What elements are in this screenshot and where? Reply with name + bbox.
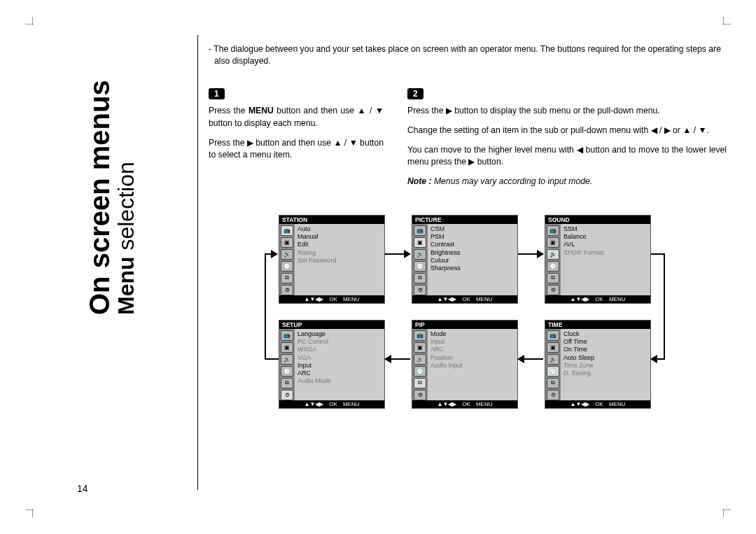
menu-item-list: CSMPSMContrastBrightnessColourSharpness <box>428 224 517 295</box>
page-number: 14 <box>77 483 88 494</box>
note: Note : Menus may vary according to input… <box>407 176 727 188</box>
menu-time: TIME📺▣🔊🕒⧉⚙ClockOff TimeOn TimeAuto Sleep… <box>545 320 651 409</box>
menu-item: Off Time <box>564 338 648 346</box>
menu-tab-icon: ⧉ <box>414 378 426 388</box>
menu-item: Rating <box>298 249 382 257</box>
menu-sound: SOUND📺▣🔊🕒⧉⚙SSMBalanceAVLSPDIF Format▲▼◀▶… <box>545 215 651 304</box>
menu-item: Auto Sleep <box>564 354 648 362</box>
menu-tab-icon: ⚙ <box>281 390 293 400</box>
menu-station: STATION📺▣🔊🕒⧉⚙AutoManualEditRatingSet Pas… <box>279 215 385 304</box>
menu-header: PIP <box>412 321 517 329</box>
menu-tab-icon: 🕒 <box>281 261 293 272</box>
connector-line <box>651 253 665 255</box>
menu-tab-strip: 📺▣🔊🕒⧉⚙ <box>279 224 295 295</box>
menu-tab-icon: 🕒 <box>414 366 426 377</box>
menu-tab-icon: 📺 <box>547 330 559 341</box>
menu-item: Auto <box>298 225 382 233</box>
menu-footer: ▲▼◀▶OKMENU <box>279 400 384 408</box>
menu-footer: ▲▼◀▶OKMENU <box>545 295 650 303</box>
menu-picture: PICTURE📺▣🔊🕒⧉⚙CSMPSMContrastBrightnessCol… <box>412 215 518 304</box>
menu-tab-icon: ⚙ <box>414 285 426 295</box>
menu-footer: ▲▼◀▶OKMENU <box>412 295 517 303</box>
step-2-badge: 2 <box>407 88 424 99</box>
menu-item: Input <box>430 338 514 346</box>
page-subtitle: Menu selection <box>113 162 139 315</box>
menu-tab-strip: 📺▣🔊🕒⧉⚙ <box>412 224 428 295</box>
trim-mark <box>32 17 33 25</box>
ok-label: OK <box>329 296 337 302</box>
menu-tab-icon: 🔊 <box>547 249 559 260</box>
menu-item: Language <box>298 330 382 338</box>
menu-label: MENU <box>343 401 360 407</box>
nav-arrows-icon: ▲▼◀▶ <box>570 401 590 407</box>
connector-line <box>664 253 665 358</box>
menu-footer: ▲▼◀▶OKMENU <box>412 400 517 408</box>
menu-diagram: STATION📺▣🔊🕒⧉⚙AutoManualEditRatingSet Pas… <box>209 215 727 439</box>
menu-label: MENU <box>476 401 493 407</box>
menu-item: PC Control <box>298 338 382 346</box>
menu-item: Audio Input <box>430 362 514 370</box>
menu-item: On Time <box>564 346 648 353</box>
trim-mark <box>723 17 724 25</box>
menu-item: Colour <box>430 257 514 265</box>
menu-label: MENU <box>476 296 493 302</box>
menu-item: Position <box>430 354 514 362</box>
connector-line <box>265 253 266 358</box>
step-2-para-3: You can move to the higher level menu wi… <box>407 144 727 169</box>
subtitle-bold: Menu <box>113 256 139 315</box>
nav-arrows-icon: ▲▼◀▶ <box>570 296 590 302</box>
arrow-left-icon <box>385 358 410 360</box>
menu-tab-icon: 🔊 <box>414 354 426 365</box>
menu-tab-icon: 📺 <box>281 330 293 341</box>
menu-item: SSM <box>564 225 648 233</box>
arrow-left-icon <box>651 358 665 360</box>
menu-item: Set Password <box>298 257 382 265</box>
menu-item: Time Zone <box>564 362 648 370</box>
vertical-divider <box>197 35 198 490</box>
arrow-right-icon <box>385 253 410 255</box>
menu-tab-icon: ⧉ <box>547 378 559 388</box>
menu-tab-icon: ▣ <box>547 237 559 248</box>
menu-item: Edit <box>298 241 382 248</box>
subtitle-light: selection <box>113 162 139 256</box>
ok-label: OK <box>462 401 470 407</box>
nav-arrows-icon: ▲▼◀▶ <box>304 296 324 302</box>
menu-item: CSM <box>430 225 514 233</box>
page-title: On screen menus <box>84 80 115 315</box>
menu-item: Sharpness <box>430 265 514 272</box>
menu-tab-icon: ⧉ <box>281 273 293 283</box>
nav-arrows-icon: ▲▼◀▶ <box>438 401 457 407</box>
step-2-para-2: Change the setting of an item in the sub… <box>407 125 727 137</box>
menu-footer: ▲▼◀▶OKMENU <box>545 400 650 408</box>
menu-item: Audio Mode <box>298 377 382 385</box>
step-1: 1 Press the MENU button and then use ▲ /… <box>209 87 384 195</box>
step-2: 2 Press the ▶ button to display the sub … <box>407 87 727 195</box>
trim-mark <box>723 509 724 517</box>
trim-mark <box>32 509 33 517</box>
intro-text: The dialogue between you and your set ta… <box>209 43 727 67</box>
menu-tab-icon: ▣ <box>281 342 293 353</box>
menu-tab-icon: ⚙ <box>281 285 293 295</box>
step-1-para-1: Press the MENU button and then use ▲ / ▼… <box>209 105 384 129</box>
menu-item-list: LanguagePC ControlWXGAVGAInputARCAudio M… <box>295 329 384 400</box>
menu-tab-icon: ▣ <box>281 237 293 248</box>
arrow-left-icon <box>518 358 543 360</box>
menu-tab-strip: 📺▣🔊🕒⧉⚙ <box>545 329 561 400</box>
menu-item: Clock <box>564 330 648 338</box>
menu-setup: SETUP📺▣🔊🕒⧉⚙LanguagePC ControlWXGAVGAInpu… <box>279 320 385 409</box>
menu-tab-icon: 🔊 <box>414 249 426 260</box>
menu-tab-icon: 📺 <box>414 330 426 341</box>
menu-tab-icon: 🔊 <box>547 354 559 365</box>
menu-tab-icon: 🔊 <box>281 354 293 365</box>
menu-tab-icon: ▣ <box>414 237 426 248</box>
menu-item: AVL <box>564 241 648 248</box>
menu-tab-icon: ▣ <box>547 342 559 353</box>
step-1-para-2: Press the ▶ button and then use ▲ / ▼ bu… <box>209 137 384 162</box>
menu-item: Manual <box>298 233 382 241</box>
connector-line <box>265 358 279 360</box>
menu-pip: PIP📺▣🔊🕒⧉⚙ModeInputARCPositionAudio Input… <box>412 320 518 409</box>
menu-tab-icon: ⚙ <box>547 390 559 400</box>
arrow-right-icon <box>518 253 543 255</box>
menu-tab-icon: 🕒 <box>547 366 559 377</box>
menu-tab-icon: 🕒 <box>414 261 426 272</box>
